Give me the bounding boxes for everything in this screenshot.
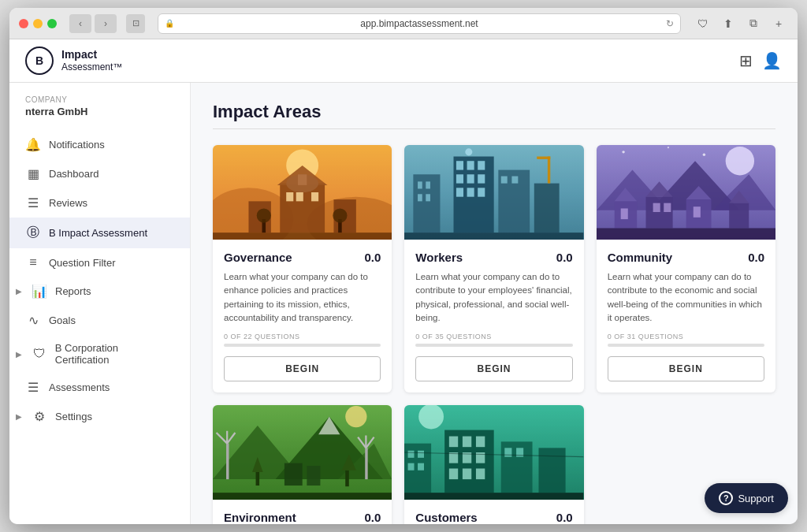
sidebar-item-reviews[interactable]: ☰ Reviews	[9, 188, 190, 218]
svg-rect-26	[467, 161, 474, 169]
filter-icon: ≡	[25, 255, 41, 270]
support-icon: ?	[719, 491, 733, 505]
minimize-button[interactable]	[33, 19, 43, 28]
bookmark-icon[interactable]: 🛡	[694, 14, 712, 33]
svg-rect-53	[664, 203, 671, 212]
expand-arrow-icon: ▶	[16, 412, 22, 421]
share-icon[interactable]: ⬆	[719, 14, 738, 33]
card-body-community: Community 0.0 Learn what your company ca…	[597, 240, 775, 392]
svg-rect-7	[298, 174, 307, 185]
svg-point-43	[725, 147, 753, 175]
sidebar-item-label: Settings	[55, 411, 92, 422]
sidebar-item-goals[interactable]: ∿ Goals	[9, 306, 190, 335]
content-area: Impact Areas	[191, 83, 798, 524]
card-customers: Customers 0.0 Learn what your company ca…	[404, 405, 583, 524]
forward-button[interactable]: ›	[95, 14, 117, 33]
expand-arrow-icon: ▶	[16, 350, 22, 359]
svg-rect-92	[463, 437, 471, 448]
title-bar: ‹ › ⊡ 🔒 app.bimpactassessment.net ↻ 🛡 ⬆ …	[9, 8, 798, 39]
main-layout: COMPANY nterra GmbH 🔔 Notifications ▦ Da…	[9, 83, 798, 524]
sidebar-item-label: Assessments	[49, 381, 110, 393]
url-text: app.bimpactassessment.net	[360, 18, 478, 29]
sidebar-item-label: Reports	[55, 285, 91, 297]
sidebar-item-reports[interactable]: ▶ 📊 Reports	[9, 277, 190, 306]
sidebar-item-label: Reviews	[49, 197, 87, 209]
svg-rect-98	[463, 468, 471, 479]
sidebar-item-label: B Impact Assessment	[49, 227, 147, 239]
svg-point-17	[333, 208, 347, 222]
svg-rect-86	[408, 451, 415, 458]
grid-icon[interactable]: ⊞	[739, 51, 753, 70]
card-begin-button-workers[interactable]: BEGIN	[415, 356, 572, 381]
tab-icon[interactable]: ⧉	[744, 14, 763, 33]
toolbar-right: 🛡 ⬆ ⧉ +	[694, 14, 788, 33]
sidebar-item-label: Notifications	[49, 139, 105, 151]
svg-rect-35	[501, 177, 508, 184]
b-icon: Ⓑ	[25, 225, 41, 241]
svg-rect-13	[213, 233, 392, 240]
card-workers: Workers 0.0 Learn what your company can …	[404, 145, 583, 392]
lock-icon: 🔒	[165, 19, 174, 28]
shield-icon: 🛡	[32, 347, 47, 361]
svg-rect-20	[418, 181, 422, 188]
maximize-button[interactable]	[47, 19, 57, 28]
company-label: COMPANY	[9, 95, 190, 106]
svg-rect-106	[404, 493, 583, 500]
sidebar-item-b-impact-assessment[interactable]: Ⓑ B Impact Assessment	[9, 218, 190, 248]
divider	[213, 128, 775, 129]
svg-rect-88	[408, 463, 415, 471]
sidebar-item-label: B Corporation Certification	[55, 342, 174, 366]
card-image-customers	[404, 405, 583, 500]
back-button[interactable]: ‹	[69, 14, 91, 33]
svg-rect-39	[537, 157, 551, 159]
svg-rect-97	[449, 468, 458, 479]
card-title-governance: Governance	[224, 251, 292, 264]
support-button[interactable]: ? Support	[705, 483, 788, 513]
page-title-row: Impact Areas	[213, 102, 775, 122]
traffic-lights	[19, 19, 57, 28]
sidebar-item-dashboard[interactable]: ▦ Dashboard	[9, 159, 190, 188]
svg-rect-103	[539, 448, 566, 493]
svg-rect-37	[534, 184, 560, 233]
sidebar-item-label: Dashboard	[49, 168, 99, 180]
account-icon[interactable]: 👤	[762, 51, 782, 70]
sidebar-item-settings[interactable]: ▶ ⚙ Settings	[9, 402, 190, 431]
svg-rect-29	[467, 174, 474, 183]
app-header: B Impact Assessment™ ⊞ 👤	[9, 39, 798, 83]
card-body-environment: Environment 0.0 Learn what your company …	[213, 500, 392, 524]
page-title: Impact Areas	[213, 102, 321, 122]
svg-rect-101	[505, 448, 512, 456]
svg-rect-77	[307, 466, 320, 485]
logo-circle: B	[25, 47, 54, 75]
refresh-icon[interactable]: ↻	[666, 18, 674, 29]
svg-point-104	[419, 405, 444, 429]
sidebar-item-label: Question Filter	[49, 257, 116, 269]
reader-button[interactable]: ⊡	[126, 14, 145, 33]
card-title-workers: Workers	[415, 251, 463, 264]
card-score-community: 0.0	[748, 251, 764, 264]
reviews-icon: ☰	[25, 195, 41, 210]
svg-rect-30	[478, 174, 485, 183]
card-begin-button-governance[interactable]: BEGIN	[224, 356, 381, 381]
card-desc-governance: Learn what your company can do to enhanc…	[224, 270, 381, 325]
svg-rect-25	[456, 161, 463, 169]
svg-point-60	[622, 151, 624, 153]
card-title-customers: Customers	[415, 511, 477, 524]
sidebar-item-b-corp-cert[interactable]: ▶ 🛡 B Corporation Certification	[9, 335, 190, 373]
sidebar-item-assessments[interactable]: ☰ Assessments	[9, 373, 190, 402]
svg-rect-32	[467, 188, 474, 196]
sidebar-item-question-filter[interactable]: ≡ Question Filter	[9, 248, 190, 277]
svg-point-15	[257, 208, 271, 222]
svg-point-83	[345, 406, 366, 427]
card-image-community	[597, 145, 775, 240]
logo-area: B Impact Assessment™	[25, 47, 122, 75]
card-desc-workers: Learn what your company can do to contri…	[415, 270, 572, 325]
card-begin-button-community[interactable]: BEGIN	[608, 356, 764, 381]
address-bar[interactable]: 🔒 app.bimpactassessment.net ↻	[158, 13, 681, 34]
card-governance: Governance 0.0 Learn what your company c…	[213, 145, 392, 392]
sidebar: COMPANY nterra GmbH 🔔 Notifications ▦ Da…	[9, 83, 191, 524]
sidebar-item-notifications[interactable]: 🔔 Notifications	[9, 130, 190, 159]
logo-line2: Assessment™	[61, 61, 122, 73]
close-button[interactable]	[19, 19, 28, 28]
add-tab-button[interactable]: +	[769, 14, 788, 33]
